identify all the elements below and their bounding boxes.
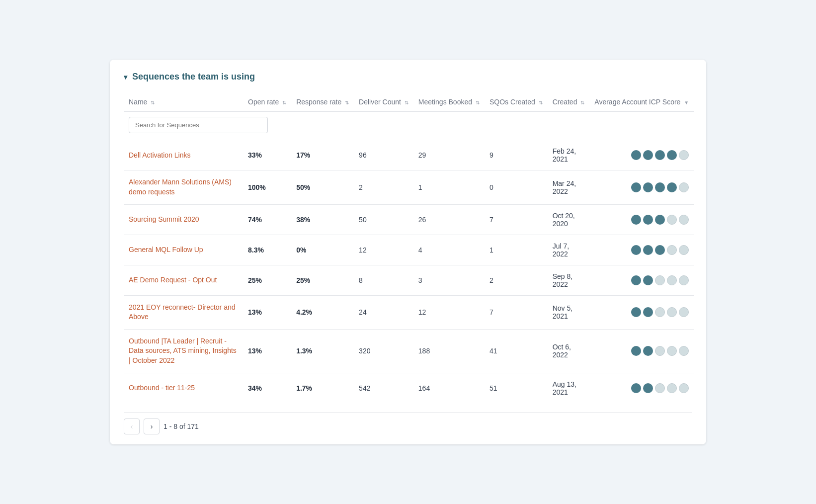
- table-row: General MQL Follow Up8.3%0%1241Jul 7, 20…: [124, 235, 694, 265]
- cell-name: Dell Activation Links: [124, 140, 243, 170]
- icp-dot-3: [667, 275, 677, 285]
- cell-name: AE Demo Request - Opt Out: [124, 265, 243, 295]
- icp-dot-2: [655, 215, 665, 225]
- icp-dots: [594, 215, 689, 225]
- cell-meetings-booked: 3: [413, 265, 485, 295]
- icp-dot-2: [655, 182, 665, 192]
- cell-sqos-created: 2: [485, 265, 548, 295]
- cell-name: General MQL Follow Up: [124, 235, 243, 265]
- icp-dot-0: [631, 275, 641, 285]
- cell-deliver-count: 12: [354, 235, 413, 265]
- icp-dot-2: [655, 383, 665, 393]
- table-row: Outbound |TA Leader | Recruit - Data sou…: [124, 329, 694, 373]
- icp-dot-0: [631, 346, 641, 356]
- icp-dot-3: [667, 307, 677, 317]
- cell-meetings-booked: 188: [413, 329, 485, 373]
- cell-sqos-created: 0: [485, 170, 548, 204]
- cell-created-date: Oct 20, 2020: [548, 204, 590, 235]
- cell-meetings-booked: 164: [413, 373, 485, 403]
- icp-dot-3: [667, 150, 677, 160]
- cell-open-rate: 33%: [243, 140, 291, 170]
- cell-response-rate: 0%: [291, 235, 354, 265]
- icp-dot-3: [667, 383, 677, 393]
- icp-dot-4: [679, 150, 689, 160]
- sequence-name-link[interactable]: Outbound - tier 11-25: [129, 384, 195, 392]
- search-row: [124, 111, 694, 140]
- cell-icp-score: [589, 265, 694, 295]
- response-rate-value: 4.2%: [296, 308, 312, 316]
- sort-icon-created: ⇅: [580, 100, 584, 105]
- open-rate-value: 8.3%: [248, 246, 264, 254]
- sequences-table: Name ⇅ Open rate ⇅ Response rate ⇅ Deliv…: [124, 94, 694, 403]
- search-input[interactable]: [129, 117, 268, 133]
- cell-response-rate: 50%: [291, 170, 354, 204]
- sequence-name-link[interactable]: AE Demo Request - Opt Out: [129, 276, 217, 284]
- icp-dot-4: [679, 275, 689, 285]
- cell-response-rate: 25%: [291, 265, 354, 295]
- cell-response-rate: 17%: [291, 140, 354, 170]
- cell-sqos-created: 41: [485, 329, 548, 373]
- table-row: AE Demo Request - Opt Out25%25%832Sep 8,…: [124, 265, 694, 295]
- col-header-meetings[interactable]: Meetings Booked ⇅: [413, 94, 485, 111]
- open-rate-value: 74%: [248, 216, 262, 224]
- open-rate-value: 25%: [248, 276, 262, 284]
- open-rate-value: 100%: [248, 183, 266, 191]
- sort-icon-response: ⇅: [345, 100, 349, 105]
- cell-icp-score: [589, 373, 694, 403]
- table-body: Dell Activation Links33%17%96299Feb 24, …: [124, 140, 694, 403]
- col-header-created[interactable]: Created ⇅: [548, 94, 590, 111]
- sequence-name-link[interactable]: Alexander Mann Solutions (AMS) demo requ…: [129, 178, 232, 196]
- collapse-chevron[interactable]: ▾: [124, 73, 127, 81]
- next-page-button[interactable]: ›: [144, 419, 160, 434]
- icp-dot-3: [667, 346, 677, 356]
- icp-dot-1: [643, 383, 653, 393]
- response-rate-value: 17%: [296, 151, 310, 159]
- cell-icp-score: [589, 295, 694, 329]
- col-header-response[interactable]: Response rate ⇅: [291, 94, 354, 111]
- open-rate-value: 34%: [248, 384, 262, 392]
- icp-dot-0: [631, 150, 641, 160]
- col-header-name[interactable]: Name ⇅: [124, 94, 243, 111]
- sequence-name-link[interactable]: Outbound |TA Leader | Recruit - Data sou…: [129, 337, 237, 364]
- sequence-name-link[interactable]: Sourcing Summit 2020: [129, 215, 199, 223]
- icp-dot-4: [679, 383, 689, 393]
- sort-icon-name: ⇅: [151, 100, 155, 105]
- cell-deliver-count: 320: [354, 329, 413, 373]
- col-header-deliver[interactable]: Deliver Count ⇅: [354, 94, 413, 111]
- icp-dot-0: [631, 182, 641, 192]
- prev-page-button[interactable]: ‹: [124, 419, 140, 434]
- cell-created-date: Sep 8, 2022: [548, 265, 590, 295]
- icp-dot-1: [643, 245, 653, 255]
- icp-dot-1: [643, 215, 653, 225]
- sequence-name-link[interactable]: 2021 EOY reconnect- Director and Above: [129, 303, 236, 321]
- sequence-name-link[interactable]: General MQL Follow Up: [129, 246, 203, 253]
- pagination-info: 1 - 8 of 171: [163, 422, 199, 430]
- icp-dots: [594, 150, 689, 160]
- cell-icp-score: [589, 140, 694, 170]
- col-header-icp[interactable]: Average Account ICP Score ▼: [589, 94, 694, 111]
- icp-dot-0: [631, 215, 641, 225]
- cell-open-rate: 74%: [243, 204, 291, 235]
- cell-icp-score: [589, 204, 694, 235]
- section-header: ▾ Sequences the team is using: [124, 72, 692, 82]
- icp-dot-1: [643, 275, 653, 285]
- open-rate-value: 33%: [248, 151, 262, 159]
- cell-created-date: Jul 7, 2022: [548, 235, 590, 265]
- sort-icon-open: ⇅: [282, 100, 286, 105]
- icp-dot-0: [631, 307, 641, 317]
- icp-dots: [594, 182, 689, 192]
- cell-deliver-count: 2: [354, 170, 413, 204]
- cell-meetings-booked: 4: [413, 235, 485, 265]
- cell-deliver-count: 50: [354, 204, 413, 235]
- sequence-name-link[interactable]: Dell Activation Links: [129, 151, 191, 159]
- cell-response-rate: 4.2%: [291, 295, 354, 329]
- icp-dot-4: [679, 245, 689, 255]
- cell-open-rate: 34%: [243, 373, 291, 403]
- cell-icp-score: [589, 170, 694, 204]
- col-header-sqos[interactable]: SQOs Created ⇅: [485, 94, 548, 111]
- icp-dot-0: [631, 383, 641, 393]
- cell-meetings-booked: 29: [413, 140, 485, 170]
- col-header-open[interactable]: Open rate ⇅: [243, 94, 291, 111]
- response-rate-value: 38%: [296, 216, 310, 224]
- cell-deliver-count: 24: [354, 295, 413, 329]
